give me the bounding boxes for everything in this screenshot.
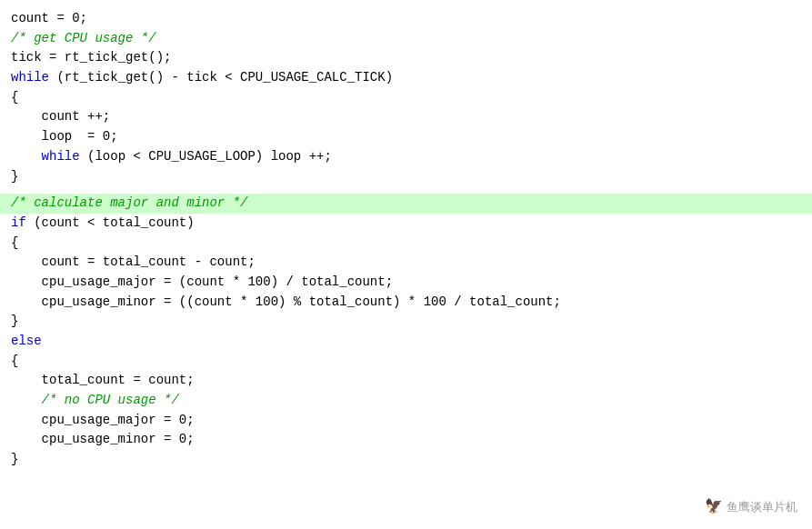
code-line: { xyxy=(11,88,801,108)
code-line: } xyxy=(11,450,801,470)
code-line: cpu_usage_major = 0; xyxy=(11,411,801,431)
code-line: if (count < total_count) xyxy=(11,214,801,234)
code-line-highlighted: /* calculate major and minor */ xyxy=(0,194,812,214)
watermark: 🦅 鱼鹰谈单片机 xyxy=(705,495,797,518)
code-line: tick = rt_tick_get(); xyxy=(11,48,801,68)
code-line: count = 0; xyxy=(11,9,801,29)
code-line: total_count = count; xyxy=(11,371,801,391)
code-line: { xyxy=(11,234,801,254)
code-line: /* no CPU usage */ xyxy=(11,391,801,411)
code-line: while (loop < CPU_USAGE_LOOP) loop ++; xyxy=(11,147,801,167)
watermark-icon: 🦅 xyxy=(705,495,723,518)
code-line: count ++; xyxy=(11,107,801,127)
code-container: count = 0; /* get CPU usage */ tick = rt… xyxy=(0,0,812,529)
code-line: cpu_usage_minor = ((count * 100) % total… xyxy=(11,293,801,313)
code-line: cpu_usage_major = (count * 100) / total_… xyxy=(11,273,801,293)
code-line: { xyxy=(11,352,801,372)
watermark-text: 鱼鹰谈单片机 xyxy=(727,498,797,516)
blank-line xyxy=(11,186,801,194)
code-line: count = total_count - count; xyxy=(11,253,801,273)
code-line: cpu_usage_minor = 0; xyxy=(11,430,801,450)
code-line: } xyxy=(11,167,801,187)
code-line: /* get CPU usage */ xyxy=(11,29,801,49)
code-line: while (rt_tick_get() - tick < CPU_USAGE_… xyxy=(11,68,801,88)
code-line: } xyxy=(11,312,801,332)
code-line: loop = 0; xyxy=(11,127,801,147)
code-line: else xyxy=(11,332,801,352)
